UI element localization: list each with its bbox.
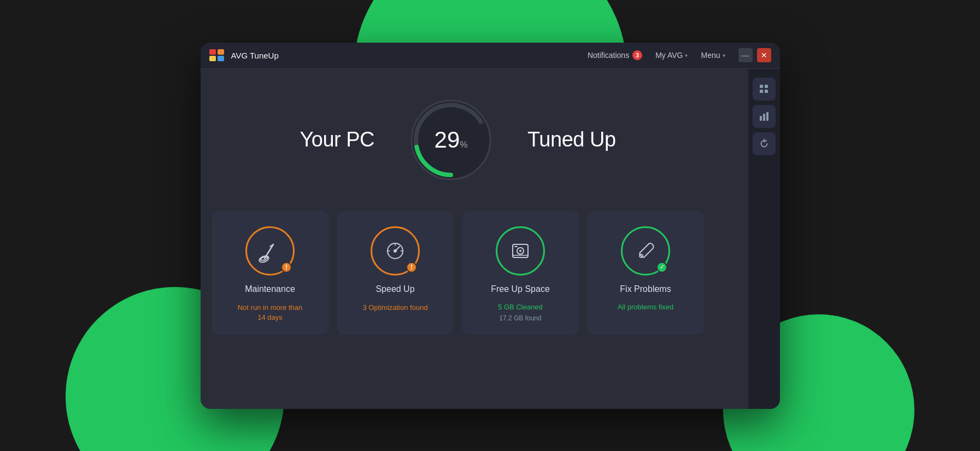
notifications-button[interactable]: Notifications 3 [588,50,642,60]
notifications-badge: 3 [632,50,642,60]
center-area: Your PC 29 % Tune [201,69,748,409]
maintenance-status: Not run in more than 14 days [238,303,303,323]
speed-gauge-icon [383,239,407,263]
maintenance-title: Maintenance [245,284,295,294]
chart-view-button[interactable] [753,105,776,128]
titlebar-nav: Notifications 3 My AVG ▾ Menu ▾ [588,50,725,60]
maintenance-icon-ring: ! [245,226,295,276]
svg-rect-6 [760,90,763,93]
your-pc-label: Your PC [300,128,374,151]
free-up-space-card[interactable]: Free Up Space 5 GB Cleaned 17.2 GB found [462,211,579,335]
maintenance-broom-icon [258,239,282,263]
minimize-button[interactable]: — [738,48,753,62]
wrench-icon [633,239,658,263]
pc-status-section: Your PC 29 % Tune [212,96,705,184]
app-logo: AVG TuneUp [209,49,279,61]
svg-rect-4 [760,85,763,88]
svg-rect-0 [209,49,216,55]
main-content: Your PC 29 % Tune [201,69,780,409]
fix-problems-title: Fix Problems [620,284,671,294]
refresh-button[interactable] [753,132,776,155]
app-window: AVG TuneUp Notifications 3 My AVG ▾ Menu… [201,43,780,409]
menu-dropdown[interactable]: Menu ▾ [701,51,725,60]
speed-up-icon-ring: ! [371,226,420,276]
performance-gauge: 29 % [407,96,495,184]
fix-problems-success-badge: ✓ [656,262,667,273]
svg-point-25 [519,250,521,252]
avg-logo-icon [209,49,225,61]
fix-problems-card[interactable]: ✓ Fix Problems All problems fixed [588,211,704,335]
tuned-up-label: Tuned Up [527,128,615,151]
menu-label: Menu [701,51,720,60]
my-avg-label: My AVG [655,51,683,60]
close-button[interactable]: ✕ [757,48,771,62]
grid-icon [759,84,769,94]
maintenance-card[interactable]: ! Maintenance Not run in more than 14 da… [212,211,328,335]
speed-up-title: Speed Up [375,284,414,294]
gauge-number: 29 [435,127,460,153]
free-up-space-title: Free Up Space [491,284,550,294]
app-name: AVG TuneUp [231,51,279,60]
bar-chart-icon [759,112,769,121]
svg-rect-9 [763,114,765,121]
fix-problems-status: All problems fixed [618,303,674,311]
svg-rect-1 [218,49,224,55]
my-avg-menu[interactable]: My AVG ▾ [655,51,688,60]
my-avg-chevron-icon: ▾ [685,52,688,58]
free-up-space-status-sub: 17.2 GB found [499,314,541,322]
svg-line-19 [395,247,400,251]
free-up-space-icon-ring [496,226,545,276]
svg-rect-7 [765,90,768,93]
cards-row: ! Maintenance Not run in more than 14 da… [212,211,704,335]
maintenance-warning-badge: ! [281,262,292,273]
svg-rect-10 [766,112,768,121]
free-up-space-status-green: 5 GB Cleaned [498,303,543,311]
titlebar: AVG TuneUp Notifications 3 My AVG ▾ Menu… [201,43,780,69]
sidebar-right [748,69,780,409]
svg-rect-8 [760,116,762,121]
notifications-label: Notifications [588,51,629,60]
speed-up-card[interactable]: ! Speed Up 3 Optimization found [337,211,454,335]
menu-chevron-icon: ▾ [723,52,725,58]
gauge-value-display: 29 % [435,127,468,153]
speed-up-status: 3 Optimization found [362,303,427,313]
disk-icon [508,239,532,263]
svg-rect-5 [765,85,768,88]
fix-problems-icon-ring: ✓ [621,226,670,276]
svg-rect-3 [218,56,224,61]
svg-rect-27 [514,246,518,247]
grid-view-button[interactable] [753,78,776,101]
window-controls: — ✕ [738,48,771,62]
refresh-icon [759,139,769,149]
speed-up-warning-badge: ! [406,262,417,273]
svg-rect-2 [209,56,216,61]
gauge-unit: % [460,140,467,150]
